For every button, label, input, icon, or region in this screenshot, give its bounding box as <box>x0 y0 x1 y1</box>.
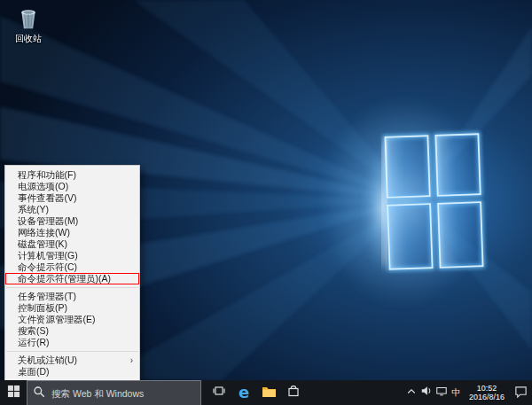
tray-overflow-button[interactable] <box>403 380 419 405</box>
ime-language-label: 中 <box>452 386 461 399</box>
start-button[interactable] <box>0 380 27 405</box>
recycle-bin-desktop-icon[interactable]: 回收站 <box>5 5 51 43</box>
menu-item-label: 计算机管理(G) <box>18 250 78 261</box>
menu-item-desktop[interactable]: 桌面(D) <box>5 366 139 378</box>
action-center-button[interactable] <box>510 380 532 405</box>
menu-item-label: 关机或注销(U) <box>18 354 77 366</box>
network-button[interactable] <box>434 380 449 405</box>
taskbar: e <box>0 380 532 405</box>
menu-item-label: 事件查看器(V) <box>18 192 77 204</box>
menu-item-label: 磁盘管理(K) <box>18 238 67 250</box>
edge-browser-button[interactable]: e <box>231 380 256 405</box>
menu-item-label: 文件资源管理器(E) <box>18 314 96 325</box>
windows-desktop-screen: 回收站 程序和功能(F) 电源选项(O) 事件查看器(V) 系统(Y) 设备管理… <box>0 0 532 405</box>
clock-date: 2016/8/16 <box>469 393 505 402</box>
menu-item-shutdown-or-signout[interactable]: 关机或注销(U) › <box>5 354 139 366</box>
task-view-button[interactable] <box>207 380 231 405</box>
ime-indicator[interactable]: 中 <box>449 380 464 405</box>
store-bag-icon <box>286 384 301 401</box>
menu-item-disk-management[interactable]: 磁盘管理(K) <box>5 238 139 250</box>
clock-time: 10:52 <box>477 384 497 393</box>
menu-item-label: 系统(Y) <box>18 204 49 215</box>
submenu-arrow-icon: › <box>130 354 133 366</box>
system-tray: 中 10:52 2016/8/16 <box>403 380 532 405</box>
windows-logo-icon <box>7 385 20 401</box>
menu-item-label: 电源选项(O) <box>18 181 68 192</box>
menu-item-device-manager[interactable]: 设备管理器(M) <box>5 215 139 227</box>
menu-item-run[interactable]: 运行(R) <box>5 337 139 348</box>
menu-item-label: 运行(R) <box>18 337 50 348</box>
task-view-icon <box>212 384 226 401</box>
menu-item-label: 命令提示符(管理员)(A) <box>18 273 111 284</box>
menu-item-power-options[interactable]: 电源选项(O) <box>5 181 139 192</box>
recycle-bin-icon <box>15 5 42 32</box>
network-icon <box>435 385 448 401</box>
menu-item-label: 设备管理器(M) <box>18 215 78 227</box>
menu-item-label: 控制面板(P) <box>18 302 67 314</box>
menu-item-system[interactable]: 系统(Y) <box>5 204 139 215</box>
recycle-bin-label: 回收站 <box>15 34 42 43</box>
menu-item-command-prompt[interactable]: 命令提示符(C) <box>5 261 139 273</box>
search-input[interactable] <box>27 380 201 405</box>
menu-item-command-prompt-admin[interactable]: 命令提示符(管理员)(A) <box>5 273 139 284</box>
menu-item-programs-and-features[interactable]: 程序和功能(F) <box>5 169 139 181</box>
menu-item-control-panel[interactable]: 控制面板(P) <box>5 302 139 314</box>
speaker-icon <box>420 385 433 401</box>
menu-separator <box>6 287 138 288</box>
folder-icon <box>262 385 277 401</box>
chevron-up-icon <box>406 385 417 401</box>
volume-button[interactable] <box>419 380 434 405</box>
store-button[interactable] <box>281 380 306 405</box>
menu-item-computer-management[interactable]: 计算机管理(G) <box>5 250 139 261</box>
menu-separator <box>6 351 138 352</box>
menu-item-label: 程序和功能(F) <box>18 169 76 181</box>
taskbar-clock[interactable]: 10:52 2016/8/16 <box>464 380 510 405</box>
menu-item-event-viewer[interactable]: 事件查看器(V) <box>5 192 139 204</box>
menu-item-search[interactable]: 搜索(S) <box>5 325 139 337</box>
winx-context-menu: 程序和功能(F) 电源选项(O) 事件查看器(V) 系统(Y) 设备管理器(M)… <box>4 165 140 382</box>
taskbar-search <box>27 380 201 405</box>
menu-item-network-connections[interactable]: 网络连接(W) <box>5 227 139 238</box>
taskbar-app-icons: e <box>207 380 306 405</box>
menu-item-label: 搜索(S) <box>18 325 49 337</box>
file-explorer-button[interactable] <box>256 380 281 405</box>
menu-item-label: 命令提示符(C) <box>18 261 77 273</box>
edge-icon: e <box>239 385 249 401</box>
menu-item-task-manager[interactable]: 任务管理器(T) <box>5 291 139 302</box>
menu-item-label: 桌面(D) <box>18 366 50 378</box>
notification-icon <box>514 385 528 401</box>
menu-item-file-explorer[interactable]: 文件资源管理器(E) <box>5 314 139 325</box>
menu-item-label: 网络连接(W) <box>18 227 70 238</box>
menu-item-label: 任务管理器(T) <box>18 291 76 302</box>
